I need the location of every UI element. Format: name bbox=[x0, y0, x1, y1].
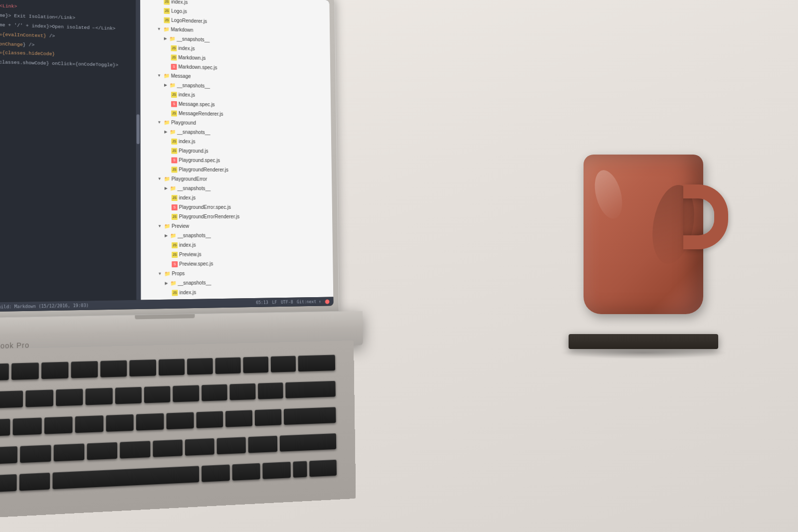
js-file-icon: JS bbox=[172, 251, 178, 257]
tree-item[interactable]: JS index.js bbox=[141, 193, 332, 203]
folder-icon: 📁 bbox=[170, 184, 176, 192]
key-return[interactable] bbox=[285, 381, 335, 398]
arrow-icon: ▶ bbox=[165, 279, 168, 287]
key[interactable] bbox=[11, 362, 39, 380]
key[interactable] bbox=[248, 436, 277, 453]
js-file-icon: JS bbox=[164, 8, 170, 14]
js-file-icon: JS bbox=[172, 167, 178, 173]
folder-icon: 📁 bbox=[164, 222, 170, 230]
key[interactable] bbox=[20, 445, 51, 463]
ide-container: <Link> me}> Exit Isolation</Link> me + '… bbox=[0, 0, 333, 312]
key[interactable] bbox=[255, 409, 281, 426]
key[interactable] bbox=[136, 413, 164, 431]
key[interactable] bbox=[173, 385, 199, 402]
arrow-icon: ▼ bbox=[158, 222, 162, 230]
key[interactable] bbox=[284, 407, 336, 425]
folder-icon: 📁 bbox=[170, 279, 176, 287]
js-file-icon: JS bbox=[171, 45, 177, 51]
key-shift-right[interactable] bbox=[279, 433, 336, 452]
key[interactable] bbox=[215, 357, 240, 374]
folder-icon: 📁 bbox=[170, 81, 176, 89]
laptop-hinge bbox=[135, 314, 195, 319]
spec-file-icon: S bbox=[171, 101, 177, 107]
key[interactable] bbox=[271, 355, 296, 372]
scrollbar-track[interactable] bbox=[136, 0, 140, 300]
coffee-cup bbox=[584, 155, 703, 314]
folder-icon: 📁 bbox=[164, 175, 170, 183]
key[interactable] bbox=[230, 383, 256, 400]
key[interactable] bbox=[167, 412, 194, 429]
js-file-icon: JS bbox=[172, 213, 178, 219]
tree-item[interactable]: JS PlaygroundErrorRenderer.js bbox=[141, 212, 332, 221]
js-file-icon: JS bbox=[164, 0, 170, 4]
key[interactable] bbox=[75, 415, 104, 433]
scrollbar-thumb[interactable] bbox=[137, 114, 140, 144]
js-file-icon: JS bbox=[171, 148, 177, 154]
js-file-icon: JS bbox=[171, 110, 177, 116]
key[interactable] bbox=[0, 419, 10, 437]
key[interactable] bbox=[54, 444, 85, 462]
coaster bbox=[569, 334, 718, 349]
key[interactable] bbox=[56, 388, 83, 406]
folder-icon: 📁 bbox=[170, 128, 176, 136]
folder-snapshots[interactable]: ▶ 📁 __snapshots__ bbox=[141, 183, 332, 193]
folder-playground-error[interactable]: ▼ 📁 PlaygroundError bbox=[141, 174, 332, 184]
key[interactable] bbox=[217, 437, 246, 454]
js-file-icon: JS bbox=[171, 54, 177, 60]
folder-icon: 📁 bbox=[170, 35, 176, 43]
folder-preview[interactable]: ▼ 📁 Preview bbox=[141, 221, 332, 231]
key[interactable] bbox=[71, 361, 98, 378]
key[interactable] bbox=[258, 382, 283, 399]
key-backspace[interactable] bbox=[298, 355, 335, 371]
key-alt[interactable] bbox=[0, 474, 17, 493]
key[interactable] bbox=[144, 386, 171, 403]
arrow-icon: ▼ bbox=[158, 270, 162, 278]
key-space[interactable] bbox=[52, 466, 199, 490]
key-cmd-right[interactable] bbox=[201, 465, 230, 482]
key-alt-right[interactable] bbox=[232, 463, 261, 481]
key[interactable] bbox=[201, 384, 227, 401]
folder-icon: 📁 bbox=[164, 72, 170, 80]
key[interactable] bbox=[101, 360, 127, 377]
status-encoding: UTF-8 bbox=[281, 300, 293, 305]
key[interactable] bbox=[0, 390, 23, 408]
key-left[interactable] bbox=[263, 462, 291, 479]
key[interactable] bbox=[87, 442, 118, 460]
key[interactable] bbox=[26, 389, 53, 407]
arrow-icon: ▼ bbox=[158, 175, 162, 183]
key[interactable] bbox=[243, 356, 268, 373]
key[interactable] bbox=[196, 411, 223, 428]
key[interactable] bbox=[187, 357, 213, 374]
keyboard-keys bbox=[0, 351, 337, 500]
status-build: build: Markdown (15/12/2016, 19:03) bbox=[0, 303, 89, 309]
key[interactable] bbox=[115, 387, 142, 404]
key[interactable] bbox=[0, 446, 17, 464]
key-cmd[interactable] bbox=[19, 473, 50, 491]
js-file-icon: JS bbox=[172, 195, 178, 201]
key[interactable] bbox=[44, 416, 72, 434]
arrow-icon: ▼ bbox=[157, 118, 161, 126]
key[interactable] bbox=[106, 414, 134, 432]
tree-item[interactable]: JS PlaygroundRenderer.js bbox=[141, 165, 332, 175]
key-up-down[interactable] bbox=[293, 461, 307, 478]
key[interactable] bbox=[225, 410, 252, 427]
key[interactable] bbox=[12, 417, 41, 435]
key[interactable] bbox=[41, 361, 68, 379]
key[interactable] bbox=[185, 438, 214, 456]
key[interactable] bbox=[120, 441, 150, 459]
key[interactable] bbox=[159, 358, 185, 375]
key[interactable] bbox=[153, 440, 183, 457]
arrow-icon: ▶ bbox=[165, 184, 168, 192]
status-icon: ⬤ bbox=[325, 299, 330, 304]
key[interactable] bbox=[86, 387, 113, 405]
key[interactable] bbox=[0, 363, 9, 380]
code-panel: <Link> me}> Exit Isolation</Link> me + '… bbox=[0, 0, 141, 302]
tree-item[interactable]: S PlaygroundError.spec.js bbox=[141, 202, 332, 212]
key-right[interactable] bbox=[309, 460, 337, 477]
folder-snapshots[interactable]: ▶ 📁 __snapshots__ bbox=[141, 230, 333, 241]
key[interactable] bbox=[130, 359, 156, 376]
filetree-panel: JS index.js JS Logo.js JS LogoRenderer.j… bbox=[140, 0, 333, 300]
arrow-icon: ▼ bbox=[157, 72, 161, 80]
folder-icon: 📁 bbox=[164, 25, 170, 33]
laptop-screen-inner: <Link> me}> Exit Isolation</Link> me + '… bbox=[0, 0, 333, 312]
